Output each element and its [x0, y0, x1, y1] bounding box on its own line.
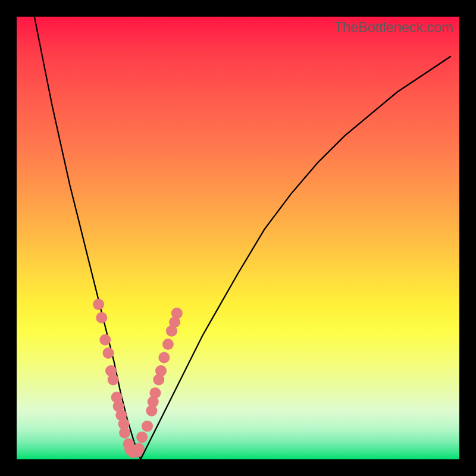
bead-marker — [96, 312, 107, 323]
bead-marker — [149, 387, 161, 399]
bead-marker — [142, 421, 153, 432]
highlight-beads-group — [93, 299, 183, 458]
bead-marker — [171, 308, 183, 319]
chart-frame: TheBottleneck.com — [0, 0, 476, 476]
bead-marker — [119, 427, 130, 439]
curve-layer — [17, 17, 459, 459]
bead-marker — [133, 443, 145, 455]
bead-marker — [103, 347, 114, 359]
bead-marker — [108, 374, 119, 386]
bead-marker — [93, 299, 104, 310]
plot-area: TheBottleneck.com — [17, 17, 459, 459]
bead-marker — [99, 334, 111, 346]
bottleneck-curve-path — [35, 17, 450, 459]
bead-marker — [158, 352, 170, 363]
bead-marker — [136, 431, 148, 443]
bead-marker — [155, 365, 167, 377]
bead-marker — [162, 339, 174, 350]
